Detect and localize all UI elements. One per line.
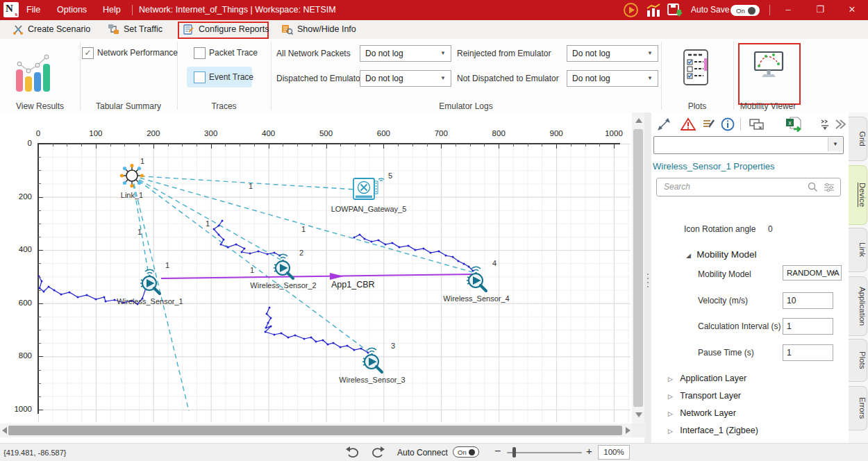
tab-link[interactable]: Link: [849, 228, 867, 272]
link-id-label: 1: [137, 228, 142, 236]
x-axis-tick-label: 1000: [603, 129, 625, 137]
dropdown-value: Do not log: [572, 74, 610, 83]
zoom-slider-thumb[interactable]: [512, 447, 516, 458]
search-input[interactable]: [662, 178, 804, 195]
run-simulation-icon[interactable]: [623, 2, 639, 18]
device-label: Wireless_Sensor_1: [105, 297, 195, 305]
device-Wireless_Sensor_2[interactable]: [267, 250, 300, 280]
network-layer-section[interactable]: ▷ Network Layer: [668, 408, 736, 418]
dropdown-value: Do not log: [365, 74, 403, 83]
results-chart-icon[interactable]: [645, 3, 662, 17]
wireless-link[interactable]: [132, 176, 281, 260]
section-label: Application Layer: [680, 374, 746, 383]
scroll-left-arrow[interactable]: [2, 427, 7, 434]
tab-device[interactable]: Device: [849, 165, 867, 225]
edit-notes-icon[interactable]: [701, 117, 715, 132]
panel-splitter[interactable]: [644, 112, 651, 443]
application-flow-line[interactable]: [161, 274, 475, 278]
device-selector-dropdown[interactable]: ▼: [653, 136, 844, 154]
menu-options[interactable]: Options: [57, 0, 87, 20]
tab-application[interactable]: Application: [849, 276, 867, 336]
auto-connect-toggle[interactable]: On: [453, 446, 479, 458]
device-Wireless_Sensor_4[interactable]: [460, 262, 493, 293]
undo-icon[interactable]: [345, 446, 360, 460]
zoom-out-button[interactable]: −: [494, 445, 501, 458]
y-axis-tick-label: 1000: [6, 405, 32, 413]
packet-trace-checkbox[interactable]: [194, 47, 206, 59]
warning-icon[interactable]: [681, 117, 696, 132]
network-canvas[interactable]: 11111App1_CBR 01002003004005006007008009…: [0, 112, 646, 424]
x-axis-tick-label: 0: [27, 129, 49, 137]
search-icon[interactable]: [808, 182, 818, 192]
plots-button[interactable]: Plots: [661, 101, 733, 111]
plots-icon: [681, 49, 712, 87]
canvas-vertical-scrollbar[interactable]: [632, 112, 644, 424]
log-all-network-packets-dropdown[interactable]: Do not log▼: [360, 45, 451, 62]
wireless-link[interactable]: [132, 176, 356, 190]
y-axis-tick-label: 0: [6, 139, 32, 147]
mobility-model-dropdown[interactable]: RANDOM_WA▼: [783, 265, 842, 280]
horizontal-scroll-thumb[interactable]: [8, 426, 622, 435]
collapse-panel-chevron-icon[interactable]: [833, 117, 847, 132]
lowpan-gateway-icon: [352, 174, 385, 205]
event-trace-checkbox[interactable]: [194, 72, 206, 83]
quick-toolbar: Create Scenario Set Traffic Configure Re…: [0, 20, 868, 40]
set-traffic-button[interactable]: Set Traffic: [124, 24, 162, 34]
packet-trace-label: Packet Trace: [209, 48, 258, 58]
create-scenario-button[interactable]: Create Scenario: [28, 24, 90, 34]
calculation-interval-input[interactable]: [783, 318, 833, 335]
excel-export-icon[interactable]: x: [785, 117, 803, 132]
scroll-right-arrow[interactable]: [626, 427, 631, 434]
log-reinjected-dropdown[interactable]: Do not log▼: [567, 45, 658, 62]
view-results-button[interactable]: View Results: [0, 101, 80, 111]
tab-grid[interactable]: Grid: [849, 117, 867, 161]
info-icon[interactable]: [721, 117, 735, 132]
close-button[interactable]: ✕: [843, 3, 861, 17]
tab-errors[interactable]: Errors: [849, 386, 867, 430]
save-icon[interactable]: [667, 3, 683, 18]
velocity-input[interactable]: [783, 292, 833, 309]
scroll-up-arrow[interactable]: [635, 118, 642, 123]
device-Wireless_Sensor_1[interactable]: [133, 265, 167, 296]
interface-zigbee-section[interactable]: ▷ Interface_1 (Zigbee): [668, 426, 758, 435]
auto-save-state: On: [736, 7, 745, 15]
mobility-model-group-label: Mobility Model: [696, 249, 756, 260]
zoom-level[interactable]: 100%: [598, 445, 630, 460]
properties-title: Wireless_Sensor_1 Properties: [653, 161, 775, 171]
log-dispatched-dropdown[interactable]: Do not log▼: [360, 70, 451, 87]
tab-plots[interactable]: Plots: [849, 339, 867, 382]
maximize-button[interactable]: ❐: [811, 3, 829, 17]
x-axis-tick-label: 600: [372, 129, 394, 137]
mobility-viewer-button[interactable]: Mobility Viewer: [733, 101, 803, 111]
traces-section-label: Traces: [177, 101, 271, 111]
filter-options-icon[interactable]: [824, 182, 835, 192]
vertical-scroll-thumb[interactable]: [633, 129, 643, 407]
cascade-windows-icon[interactable]: [749, 117, 765, 132]
pause-time-input[interactable]: [783, 344, 833, 361]
canvas-horizontal-scrollbar[interactable]: [0, 424, 632, 437]
mobility-viewer-icon[interactable]: [753, 50, 785, 82]
zoom-in-button[interactable]: +: [586, 445, 592, 457]
menu-file[interactable]: File: [26, 0, 40, 20]
network-performance-checkbox[interactable]: ✓: [82, 47, 94, 59]
application-layer-section[interactable]: ▷ Application Layer: [668, 374, 746, 383]
log-not-dispatched-dropdown[interactable]: Do not log▼: [567, 70, 658, 87]
zoom-slider-track[interactable]: [507, 452, 582, 453]
redo-icon[interactable]: [370, 446, 385, 460]
wireless-link[interactable]: [132, 176, 472, 272]
device-LOWPAN_Gateway_5[interactable]: [352, 174, 385, 205]
netsim-logo-icon: N s: [3, 2, 19, 17]
show-hide-info-button[interactable]: Show/Hide Info: [297, 24, 356, 34]
pin-panel-icon[interactable]: [819, 117, 831, 132]
transport-layer-section[interactable]: ▷ Transport Layer: [668, 391, 741, 401]
mobility-model-group[interactable]: ◢ Mobility Model: [686, 249, 757, 260]
auto-save-toggle[interactable]: On: [731, 5, 760, 16]
expand-panel-icon[interactable]: [657, 117, 671, 132]
device-Wireless_Sensor_3[interactable]: [356, 344, 389, 374]
configure-reports-button[interactable]: Configure Reports: [199, 24, 269, 34]
scroll-down-arrow[interactable]: [635, 412, 642, 417]
auto-connect-state: On: [458, 449, 467, 456]
menu-help[interactable]: Help: [103, 0, 121, 20]
wireless-sensor-icon: [460, 262, 493, 293]
minimize-button[interactable]: –: [779, 3, 797, 17]
